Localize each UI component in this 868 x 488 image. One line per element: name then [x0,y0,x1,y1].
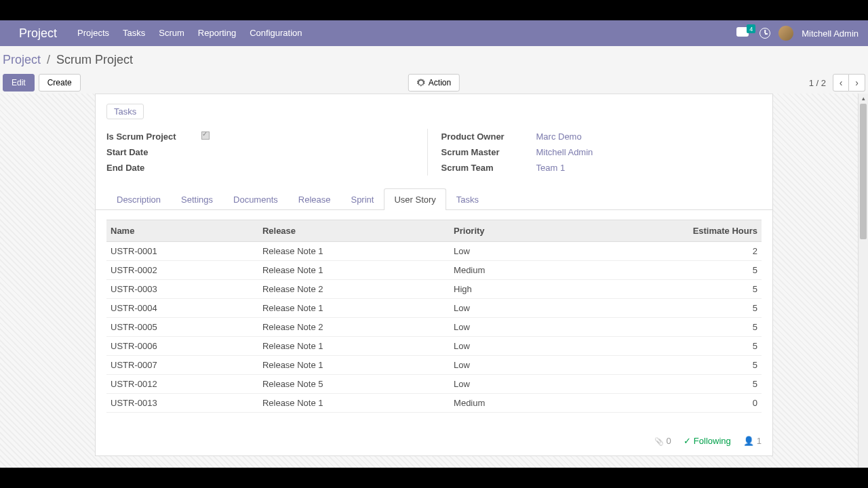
form-row: Start Date [106,144,427,160]
table-cell: Low [450,337,559,356]
chat-badge: 4 [747,24,755,33]
field-label: Start Date [106,147,201,157]
table-row[interactable]: USTR-0006Release Note 1Low5 [106,337,762,356]
attachment-icon [654,436,664,446]
table-cell: USTR-0007 [106,356,258,375]
form-row: Scrum MasterMitchell Admin [441,144,762,160]
nav-menu: ProjectsTasksScrumReportingConfiguration [71,20,309,46]
table-row[interactable]: USTR-0012Release Note 5Low5 [106,375,762,394]
table-cell: 5 [559,375,762,394]
tabs: DescriptionSettingsDocumentsReleaseSprin… [96,188,772,210]
scroll-up-icon[interactable]: ▴ [859,94,868,104]
tab-user-story[interactable]: User Story [384,188,446,210]
table-cell: 5 [559,261,762,280]
tab-release[interactable]: Release [288,188,341,210]
pager-text: 1 / 2 [809,78,826,88]
breadcrumb-current: Scrum Project [56,53,133,66]
table-cell: 2 [559,242,762,261]
action-button[interactable]: Action [408,74,460,92]
table-row[interactable]: USTR-0001Release Note 1Low2 [106,242,762,261]
table-row[interactable]: USTR-0007Release Note 1Low5 [106,356,762,375]
table-cell: USTR-0006 [106,337,258,356]
col-header[interactable]: Name [106,220,258,242]
tab-description[interactable]: Description [106,188,171,210]
table-cell: Medium [450,394,559,413]
table-cell: Release Note 1 [258,261,450,280]
table-cell: Release Note 5 [258,375,450,394]
table-cell: Low [450,356,559,375]
table-row[interactable]: USTR-0002Release Note 1Medium5 [106,261,762,280]
nav-menu-projects[interactable]: Projects [71,20,116,46]
user-icon: 👤 [743,436,754,446]
table-cell: USTR-0002 [106,261,258,280]
table-cell: Release Note 2 [258,318,450,337]
scrollbar-thumb[interactable] [860,104,867,239]
app-brand[interactable]: Project [7,26,71,41]
chat-icon[interactable]: 4 [736,27,751,39]
table-cell: High [450,280,559,299]
table-row[interactable]: USTR-0013Release Note 1Medium0 [106,394,762,413]
sheet-footer: 0 ✓ Following 👤 1 [96,422,772,455]
breadcrumb: Project / Scrum Project [3,53,133,66]
field-label: Is Scrum Project [106,131,201,142]
table-cell: USTR-0005 [106,318,258,337]
tab-sprint[interactable]: Sprint [340,188,384,210]
form-row: Scrum TeamTeam 1 [441,160,762,176]
table-cell: Release Note 1 [258,394,450,413]
table-cell: 5 [559,299,762,318]
following-button[interactable]: ✓ Following [684,436,731,446]
user-name[interactable]: Mitchell Admin [802,28,859,39]
edit-button[interactable]: Edit [3,74,35,92]
table-row[interactable]: USTR-0003Release Note 2High5 [106,280,762,299]
form-row: Product OwnerMarc Demo [441,129,762,144]
clock-icon[interactable] [760,28,770,39]
nav-menu-scrum[interactable]: Scrum [152,20,191,46]
checkbox-icon [201,131,210,140]
tab-tasks[interactable]: Tasks [446,188,489,210]
followers-count[interactable]: 👤 1 [743,436,762,446]
col-header[interactable]: Release [258,220,450,242]
avatar[interactable] [778,26,793,41]
table-cell: Release Note 1 [258,299,450,318]
table-cell: Low [450,299,559,318]
user-story-table: NameReleasePriorityEstimate Hours USTR-0… [106,220,762,413]
scrollbar[interactable]: ▴ [858,94,868,468]
pager-next-button[interactable]: › [849,74,865,92]
table-cell: USTR-0012 [106,375,258,394]
table-cell: Low [450,375,559,394]
form-row: End Date [106,160,427,176]
table-cell: USTR-0003 [106,280,258,299]
nav-menu-reporting[interactable]: Reporting [191,20,243,46]
table-cell: Medium [450,261,559,280]
pager-prev-button[interactable]: ‹ [833,74,849,92]
table-row[interactable]: USTR-0005Release Note 2Low5 [106,318,762,337]
table-cell: USTR-0001 [106,242,258,261]
table-row[interactable]: USTR-0004Release Note 1Low5 [106,299,762,318]
table-cell: Release Note 1 [258,242,450,261]
tasks-stat-button[interactable]: Tasks [106,104,144,119]
table-cell: 5 [559,356,762,375]
tab-documents[interactable]: Documents [223,188,288,210]
gear-icon [417,79,425,87]
breadcrumb-parent[interactable]: Project [3,53,41,66]
table-cell: Low [450,318,559,337]
col-header[interactable]: Priority [450,220,559,242]
pager: 1 / 2 ‹ › [809,74,865,92]
field-value [201,131,210,142]
table-cell: Release Note 2 [258,280,450,299]
attachments-count[interactable]: 0 [654,436,671,446]
field-value: Team 1 [536,163,566,173]
field-value: Marc Demo [536,131,582,142]
field-label: Scrum Team [441,163,536,173]
table-cell: Low [450,242,559,261]
field-value: Mitchell Admin [536,147,593,157]
table-cell: Release Note 1 [258,356,450,375]
table-cell: USTR-0004 [106,299,258,318]
apps-icon[interactable] [0,20,7,46]
nav-menu-tasks[interactable]: Tasks [116,20,152,46]
create-button[interactable]: Create [39,74,81,92]
tab-settings[interactable]: Settings [171,188,223,210]
form-row: Is Scrum Project [106,129,427,144]
col-header[interactable]: Estimate Hours [559,220,762,242]
nav-menu-configuration[interactable]: Configuration [243,20,309,46]
